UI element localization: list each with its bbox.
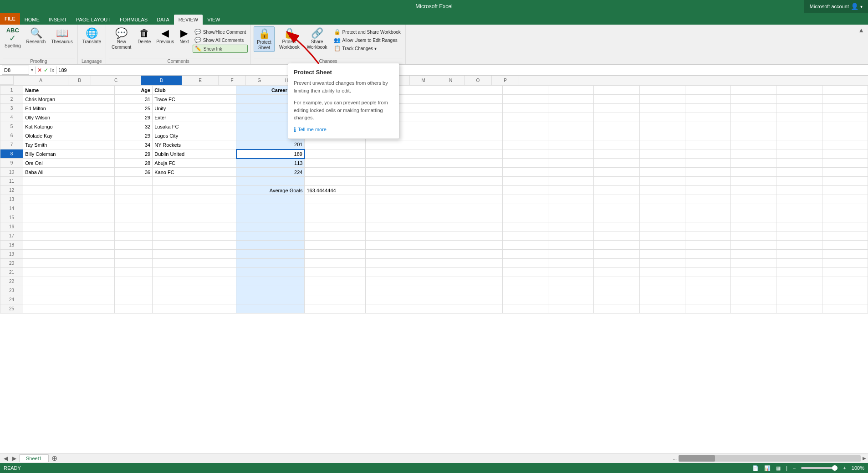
cell-P9[interactable]: [822, 159, 868, 168]
cell-P14[interactable]: [822, 204, 868, 213]
cell-A8[interactable]: Billy Coleman: [23, 149, 115, 159]
cell-D25[interactable]: [236, 304, 305, 314]
cell-G15[interactable]: [411, 213, 457, 222]
cell-K13[interactable]: [594, 195, 639, 204]
cell-L20[interactable]: [639, 259, 685, 268]
cell-D15[interactable]: [236, 213, 305, 222]
col-header-C[interactable]: C: [91, 76, 141, 85]
cell-P1[interactable]: [822, 86, 868, 95]
cell-M22[interactable]: [685, 277, 730, 286]
cell-O23[interactable]: [776, 286, 822, 295]
cell-C14[interactable]: [153, 204, 236, 213]
row-num-5[interactable]: 5: [0, 122, 23, 131]
zoom-slider-thumb[interactable]: [832, 465, 837, 471]
row-num-15[interactable]: 15: [0, 213, 23, 222]
spelling-button[interactable]: ABC ✓ Spelling: [3, 26, 23, 49]
cell-F7[interactable]: [366, 140, 411, 149]
cell-M5[interactable]: [685, 122, 730, 131]
cell-O9[interactable]: [776, 159, 822, 168]
cell-P21[interactable]: [822, 268, 868, 277]
show-hide-comment-button[interactable]: 💬 Show/Hide Comment: [193, 28, 248, 36]
cell-F24[interactable]: [366, 295, 411, 304]
cell-M4[interactable]: [685, 113, 730, 122]
ribbon-collapse-button[interactable]: ▲: [858, 26, 864, 34]
cell-I12[interactable]: [502, 186, 548, 195]
cell-C22[interactable]: [153, 277, 236, 286]
row-num-23[interactable]: 23: [0, 286, 23, 295]
row-num-9[interactable]: 9: [0, 159, 23, 168]
cell-N22[interactable]: [731, 277, 776, 286]
cell-M8[interactable]: [685, 149, 730, 159]
sheet-nav-right-button[interactable]: ▶: [10, 455, 18, 462]
cell-L10[interactable]: [639, 168, 685, 177]
cell-E7[interactable]: [305, 140, 366, 149]
research-button[interactable]: 🔍 Research: [25, 26, 48, 45]
cell-G9[interactable]: [411, 159, 457, 168]
cell-J25[interactable]: [548, 304, 594, 314]
cell-F8[interactable]: [366, 149, 411, 159]
cell-M13[interactable]: [685, 195, 730, 204]
track-changes-button[interactable]: 📋 Track Changes ▾: [332, 45, 403, 52]
cell-D21[interactable]: [236, 268, 305, 277]
cell-E8[interactable]: [305, 149, 366, 159]
cell-G19[interactable]: [411, 250, 457, 259]
cell-M9[interactable]: [685, 159, 730, 168]
cell-L14[interactable]: [639, 204, 685, 213]
cell-C16[interactable]: [153, 222, 236, 231]
cell-B7[interactable]: 34: [114, 140, 153, 149]
cell-A14[interactable]: [23, 204, 115, 213]
cell-K6[interactable]: [594, 131, 639, 140]
cell-C15[interactable]: [153, 213, 236, 222]
cell-B18[interactable]: [114, 241, 153, 250]
cell-B5[interactable]: 32: [114, 122, 153, 131]
cell-M21[interactable]: [685, 268, 730, 277]
cell-P6[interactable]: [822, 131, 868, 140]
cell-H4[interactable]: [457, 113, 502, 122]
cell-C12[interactable]: [153, 186, 236, 195]
cell-H5[interactable]: [457, 122, 502, 131]
cell-D19[interactable]: [236, 250, 305, 259]
cell-O25[interactable]: [776, 304, 822, 314]
cell-O6[interactable]: [776, 131, 822, 140]
cell-D11[interactable]: [236, 177, 305, 186]
cell-E11[interactable]: [305, 177, 366, 186]
cell-L5[interactable]: [639, 122, 685, 131]
cell-D23[interactable]: [236, 286, 305, 295]
row-num-16[interactable]: 16: [0, 222, 23, 231]
cell-B2[interactable]: 31: [114, 95, 153, 104]
row-num-12[interactable]: 12: [0, 186, 23, 195]
cell-K21[interactable]: [594, 268, 639, 277]
cell-F14[interactable]: [366, 204, 411, 213]
cell-L16[interactable]: [639, 222, 685, 231]
cell-B1[interactable]: Age: [114, 86, 153, 95]
cell-A21[interactable]: [23, 268, 115, 277]
insert-function-icon[interactable]: fx: [50, 67, 54, 73]
cell-O20[interactable]: [776, 259, 822, 268]
cell-A15[interactable]: [23, 213, 115, 222]
row-num-10[interactable]: 10: [0, 168, 23, 177]
cell-J20[interactable]: [548, 259, 594, 268]
cell-A18[interactable]: [23, 241, 115, 250]
cell-H1[interactable]: [457, 86, 502, 95]
cell-M6[interactable]: [685, 131, 730, 140]
page-break-view-button[interactable]: ▦: [776, 465, 781, 471]
cell-E19[interactable]: [305, 250, 366, 259]
cell-L18[interactable]: [639, 241, 685, 250]
cell-K3[interactable]: [594, 104, 639, 113]
cell-G3[interactable]: [411, 104, 457, 113]
cell-H3[interactable]: [457, 104, 502, 113]
cell-G17[interactable]: [411, 231, 457, 241]
cell-N9[interactable]: [731, 159, 776, 168]
show-ink-button[interactable]: ✏️ Show Ink: [193, 45, 248, 53]
cell-P24[interactable]: [822, 295, 868, 304]
cell-H18[interactable]: [457, 241, 502, 250]
cell-K25[interactable]: [594, 304, 639, 314]
row-num-20[interactable]: 20: [0, 259, 23, 268]
cell-F22[interactable]: [366, 277, 411, 286]
cell-O22[interactable]: [776, 277, 822, 286]
cell-O4[interactable]: [776, 113, 822, 122]
cell-N14[interactable]: [731, 204, 776, 213]
cell-N4[interactable]: [731, 113, 776, 122]
cell-M18[interactable]: [685, 241, 730, 250]
cell-J1[interactable]: [548, 86, 594, 95]
